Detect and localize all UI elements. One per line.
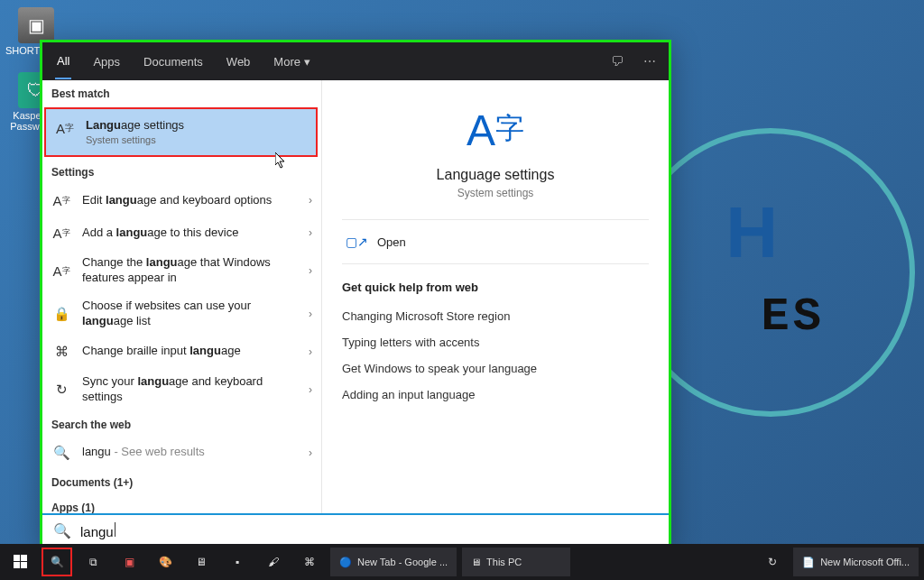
tab-apps[interactable]: Apps xyxy=(91,45,122,78)
chevron-right-icon: › xyxy=(309,345,312,358)
tab-more[interactable]: More ▾ xyxy=(272,45,311,78)
taskbar-app-explorer[interactable]: 🖥 This PC xyxy=(462,548,570,576)
search-results-list: Best match A字 Language settings System s… xyxy=(42,80,322,513)
app-icon: 🖥 xyxy=(196,556,207,568)
language-icon: A字 xyxy=(55,118,75,138)
svg-rect-1 xyxy=(21,555,27,561)
result-edit-language-keyboard[interactable]: A字 Edit language and keyboard options › xyxy=(42,184,321,216)
task-view-button[interactable]: ⧉ xyxy=(78,548,108,576)
sync-icon: ↻ xyxy=(768,556,777,568)
result-website-language[interactable]: 🔒 Choose if websites can use your langua… xyxy=(42,292,321,336)
svg-rect-2 xyxy=(14,562,20,568)
action-label: Open xyxy=(377,235,406,249)
taskbar-pinned-app[interactable]: 🖥 xyxy=(186,548,217,576)
section-settings: Settings xyxy=(42,159,321,184)
search-header: All Apps Documents Web More ▾ 🗩 ⋯ xyxy=(42,42,669,80)
accessibility-icon: ⌘ xyxy=(51,342,71,362)
taskbar-app-label: This PC xyxy=(486,557,522,567)
tray-icon[interactable]: ↻ xyxy=(757,548,788,576)
chevron-right-icon: › xyxy=(309,194,312,207)
tab-documents[interactable]: Documents xyxy=(142,45,205,78)
open-icon: ▢↗ xyxy=(346,235,368,249)
folder-icon: ▣ xyxy=(18,7,54,43)
detail-title: Language settings xyxy=(342,167,649,183)
palette-icon: 🎨 xyxy=(159,556,172,568)
sync-icon: ↻ xyxy=(51,380,71,400)
quick-help-title: Get quick help from web xyxy=(342,281,649,294)
start-button[interactable] xyxy=(5,548,36,576)
taskbar-app-chrome[interactable]: 🔵 New Tab - Google ... xyxy=(330,548,457,576)
result-add-language[interactable]: A字 Add a language to this device › xyxy=(42,216,321,249)
section-best-match: Best match xyxy=(42,80,321,106)
search-results-panel: All Apps Documents Web More ▾ 🗩 ⋯ Best m… xyxy=(40,40,671,549)
result-sync-language[interactable]: ↻ Sync your language and keyboard settin… xyxy=(42,368,321,411)
taskbar-app-label: New Tab - Google ... xyxy=(357,557,448,567)
app-icon: ⌘ xyxy=(304,556,315,568)
more-options-icon[interactable]: ⋯ xyxy=(643,54,656,69)
app-icon: 🖌 xyxy=(268,556,279,568)
search-icon: 🔍 xyxy=(51,443,71,463)
doc-icon: 📄 xyxy=(802,557,815,568)
language-icon: A字 xyxy=(51,261,71,281)
language-icon: A字 xyxy=(51,223,71,243)
section-apps: Apps (1) xyxy=(42,494,321,513)
quick-link-input-language[interactable]: Adding an input language xyxy=(342,382,649,408)
taskbar: 🔍 ⧉ ▣ 🎨 🖥 ▪ 🖌 ⌘ 🔵 New Tab - Google ... 🖥… xyxy=(0,544,924,580)
taskbar-app-label: New Microsoft Offi... xyxy=(820,557,910,567)
taskbar-pinned-app[interactable]: ⌘ xyxy=(294,548,325,576)
search-icon: 🔍 xyxy=(51,556,64,568)
tab-web[interactable]: Web xyxy=(225,45,253,78)
quick-link-accents[interactable]: Typing letters with accents xyxy=(342,329,649,355)
taskbar-pinned-app[interactable]: 🖌 xyxy=(258,548,289,576)
result-language-settings[interactable]: A字 Language settings System settings xyxy=(44,107,318,157)
feedback-icon[interactable]: 🗩 xyxy=(611,54,624,69)
svg-rect-0 xyxy=(14,555,20,561)
chevron-right-icon: › xyxy=(309,226,312,239)
taskbar-search-button[interactable]: 🔍 xyxy=(42,548,72,576)
search-icon: 🔍 xyxy=(53,522,71,539)
taskbar-pinned-app[interactable]: ▪ xyxy=(222,548,253,576)
detail-subtitle: System settings xyxy=(342,187,649,199)
chevron-right-icon: › xyxy=(309,264,312,277)
lock-icon: 🔒 xyxy=(51,304,71,324)
language-icon: A字 xyxy=(51,190,71,210)
language-large-icon: A字 xyxy=(342,106,649,156)
search-detail-pane: A字 Language settings System settings ▢↗ … xyxy=(322,80,669,513)
result-web-search[interactable]: 🔍 langu - See web results › xyxy=(42,437,321,469)
result-title: Language settings xyxy=(86,118,307,133)
chrome-icon: 🔵 xyxy=(339,557,352,568)
action-open[interactable]: ▢↗ Open xyxy=(342,220,649,264)
chevron-right-icon: › xyxy=(309,308,312,320)
search-input-row[interactable]: 🔍 langu xyxy=(42,513,669,547)
section-documents: Documents (1+) xyxy=(42,469,321,494)
task-view-icon: ⧉ xyxy=(89,556,97,568)
app-icon: ▪ xyxy=(236,556,239,568)
result-change-language[interactable]: A字 Change the language that Windows feat… xyxy=(42,249,321,292)
taskbar-app-office[interactable]: 📄 New Microsoft Offi... xyxy=(793,548,919,576)
svg-rect-3 xyxy=(21,562,27,568)
quick-link-speak-language[interactable]: Get Windows to speak your language xyxy=(342,355,649,382)
chevron-right-icon: › xyxy=(309,383,312,396)
taskbar-pinned-app[interactable]: 🎨 xyxy=(150,548,180,576)
detail-header: A字 Language settings System settings xyxy=(342,106,649,220)
tab-all[interactable]: All xyxy=(55,44,71,79)
pc-icon: 🖥 xyxy=(471,557,481,567)
app-icon: ▣ xyxy=(125,556,134,568)
quick-link-store-region[interactable]: Changing Microsoft Store region xyxy=(342,303,649,329)
result-braille-language[interactable]: ⌘ Change braille input language › xyxy=(42,336,321,368)
search-input[interactable]: langu xyxy=(80,522,658,539)
section-search-web: Search the web xyxy=(42,411,321,437)
chevron-right-icon: › xyxy=(309,447,312,459)
taskbar-pinned-app[interactable]: ▣ xyxy=(114,548,144,576)
result-subtitle: System settings xyxy=(86,133,307,146)
